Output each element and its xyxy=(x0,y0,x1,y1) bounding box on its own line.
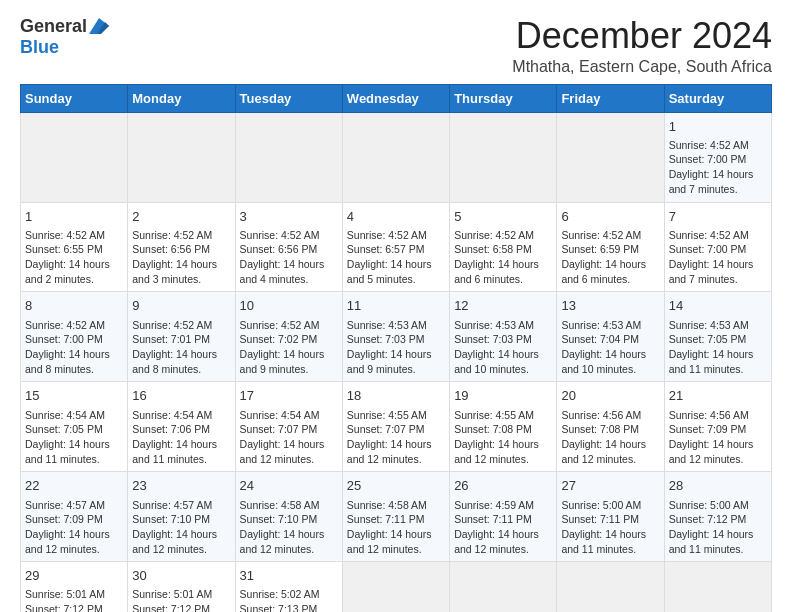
sunset-text: Sunset: 7:00 PM xyxy=(669,153,747,165)
day-number: 16 xyxy=(132,387,230,405)
sunset-text: Sunset: 7:05 PM xyxy=(669,333,747,345)
calendar-cell: 6Sunrise: 4:52 AMSunset: 6:59 PMDaylight… xyxy=(557,202,664,292)
logo-general-text: General xyxy=(20,16,87,37)
calendar-cell: 29Sunrise: 5:01 AMSunset: 7:12 PMDayligh… xyxy=(21,562,128,612)
daylight-text: Daylight: 14 hours and 12 minutes. xyxy=(25,528,110,555)
day-number: 1 xyxy=(669,118,767,136)
sunrise-text: Sunrise: 4:53 AM xyxy=(454,319,534,331)
day-number: 13 xyxy=(561,297,659,315)
calendar-cell: 27Sunrise: 5:00 AMSunset: 7:11 PMDayligh… xyxy=(557,472,664,562)
calendar-cell xyxy=(342,112,449,202)
calendar-week-row: 1Sunrise: 4:52 AMSunset: 6:55 PMDaylight… xyxy=(21,202,772,292)
sunset-text: Sunset: 7:00 PM xyxy=(25,333,103,345)
day-number: 8 xyxy=(25,297,123,315)
sunrise-text: Sunrise: 4:59 AM xyxy=(454,499,534,511)
day-number: 3 xyxy=(240,208,338,226)
sunset-text: Sunset: 6:56 PM xyxy=(240,243,318,255)
calendar-table: SundayMondayTuesdayWednesdayThursdayFrid… xyxy=(20,84,772,612)
sunrise-text: Sunrise: 4:53 AM xyxy=(669,319,749,331)
calendar-cell xyxy=(128,112,235,202)
location-title: Mthatha, Eastern Cape, South Africa xyxy=(512,58,772,76)
sunrise-text: Sunrise: 4:52 AM xyxy=(347,229,427,241)
calendar-cell: 23Sunrise: 4:57 AMSunset: 7:10 PMDayligh… xyxy=(128,472,235,562)
calendar-cell: 3Sunrise: 4:52 AMSunset: 6:56 PMDaylight… xyxy=(235,202,342,292)
calendar-cell xyxy=(450,112,557,202)
daylight-text: Daylight: 14 hours and 12 minutes. xyxy=(240,438,325,465)
header-cell-tuesday: Tuesday xyxy=(235,84,342,112)
calendar-body: 1Sunrise: 4:52 AMSunset: 7:00 PMDaylight… xyxy=(21,112,772,612)
page-header: General Blue December 2024 Mthatha, East… xyxy=(20,16,772,76)
daylight-text: Daylight: 14 hours and 12 minutes. xyxy=(240,528,325,555)
sunrise-text: Sunrise: 5:01 AM xyxy=(25,588,105,600)
sunset-text: Sunset: 6:59 PM xyxy=(561,243,639,255)
sunset-text: Sunset: 6:58 PM xyxy=(454,243,532,255)
daylight-text: Daylight: 14 hours and 12 minutes. xyxy=(669,438,754,465)
sunrise-text: Sunrise: 4:56 AM xyxy=(669,409,749,421)
sunrise-text: Sunrise: 5:01 AM xyxy=(132,588,212,600)
daylight-text: Daylight: 14 hours and 11 minutes. xyxy=(561,528,646,555)
sunrise-text: Sunrise: 4:55 AM xyxy=(347,409,427,421)
sunset-text: Sunset: 7:13 PM xyxy=(240,603,318,612)
day-number: 6 xyxy=(561,208,659,226)
day-number: 26 xyxy=(454,477,552,495)
day-number: 19 xyxy=(454,387,552,405)
sunset-text: Sunset: 7:03 PM xyxy=(347,333,425,345)
calendar-cell: 8Sunrise: 4:52 AMSunset: 7:00 PMDaylight… xyxy=(21,292,128,382)
sunrise-text: Sunrise: 4:52 AM xyxy=(132,319,212,331)
calendar-cell: 31Sunrise: 5:02 AMSunset: 7:13 PMDayligh… xyxy=(235,562,342,612)
sunset-text: Sunset: 7:02 PM xyxy=(240,333,318,345)
daylight-text: Daylight: 14 hours and 8 minutes. xyxy=(132,348,217,375)
daylight-text: Daylight: 14 hours and 12 minutes. xyxy=(561,438,646,465)
day-number: 12 xyxy=(454,297,552,315)
calendar-cell: 15Sunrise: 4:54 AMSunset: 7:05 PMDayligh… xyxy=(21,382,128,472)
sunrise-text: Sunrise: 4:52 AM xyxy=(132,229,212,241)
month-title: December 2024 xyxy=(512,16,772,56)
daylight-text: Daylight: 14 hours and 3 minutes. xyxy=(132,258,217,285)
day-number: 7 xyxy=(669,208,767,226)
sunrise-text: Sunrise: 4:57 AM xyxy=(132,499,212,511)
sunset-text: Sunset: 7:01 PM xyxy=(132,333,210,345)
calendar-cell: 26Sunrise: 4:59 AMSunset: 7:11 PMDayligh… xyxy=(450,472,557,562)
calendar-week-row: 29Sunrise: 5:01 AMSunset: 7:12 PMDayligh… xyxy=(21,562,772,612)
calendar-cell: 14Sunrise: 4:53 AMSunset: 7:05 PMDayligh… xyxy=(664,292,771,382)
calendar-week-row: 8Sunrise: 4:52 AMSunset: 7:00 PMDaylight… xyxy=(21,292,772,382)
sunrise-text: Sunrise: 5:00 AM xyxy=(669,499,749,511)
day-number: 14 xyxy=(669,297,767,315)
calendar-cell: 16Sunrise: 4:54 AMSunset: 7:06 PMDayligh… xyxy=(128,382,235,472)
day-number: 31 xyxy=(240,567,338,585)
sunrise-text: Sunrise: 4:52 AM xyxy=(240,229,320,241)
sunrise-text: Sunrise: 4:52 AM xyxy=(240,319,320,331)
sunset-text: Sunset: 7:04 PM xyxy=(561,333,639,345)
calendar-cell: 22Sunrise: 4:57 AMSunset: 7:09 PMDayligh… xyxy=(21,472,128,562)
daylight-text: Daylight: 14 hours and 10 minutes. xyxy=(561,348,646,375)
day-number: 22 xyxy=(25,477,123,495)
daylight-text: Daylight: 14 hours and 11 minutes. xyxy=(669,528,754,555)
daylight-text: Daylight: 14 hours and 4 minutes. xyxy=(240,258,325,285)
sunset-text: Sunset: 6:56 PM xyxy=(132,243,210,255)
calendar-cell xyxy=(557,562,664,612)
sunset-text: Sunset: 7:12 PM xyxy=(25,603,103,612)
sunrise-text: Sunrise: 4:52 AM xyxy=(25,229,105,241)
sunset-text: Sunset: 7:09 PM xyxy=(669,423,747,435)
logo: General Blue xyxy=(20,16,109,58)
calendar-week-row: 15Sunrise: 4:54 AMSunset: 7:05 PMDayligh… xyxy=(21,382,772,472)
sunset-text: Sunset: 7:08 PM xyxy=(561,423,639,435)
header-cell-sunday: Sunday xyxy=(21,84,128,112)
daylight-text: Daylight: 14 hours and 11 minutes. xyxy=(132,438,217,465)
sunset-text: Sunset: 7:05 PM xyxy=(25,423,103,435)
daylight-text: Daylight: 14 hours and 9 minutes. xyxy=(347,348,432,375)
sunrise-text: Sunrise: 4:54 AM xyxy=(25,409,105,421)
header-cell-thursday: Thursday xyxy=(450,84,557,112)
calendar-cell: 4Sunrise: 4:52 AMSunset: 6:57 PMDaylight… xyxy=(342,202,449,292)
day-number: 28 xyxy=(669,477,767,495)
day-number: 15 xyxy=(25,387,123,405)
day-number: 23 xyxy=(132,477,230,495)
sunset-text: Sunset: 7:06 PM xyxy=(132,423,210,435)
sunset-text: Sunset: 7:12 PM xyxy=(669,513,747,525)
logo-blue-text: Blue xyxy=(20,37,59,58)
day-number: 5 xyxy=(454,208,552,226)
daylight-text: Daylight: 14 hours and 6 minutes. xyxy=(561,258,646,285)
sunrise-text: Sunrise: 4:58 AM xyxy=(240,499,320,511)
calendar-cell xyxy=(664,562,771,612)
calendar-cell: 19Sunrise: 4:55 AMSunset: 7:08 PMDayligh… xyxy=(450,382,557,472)
